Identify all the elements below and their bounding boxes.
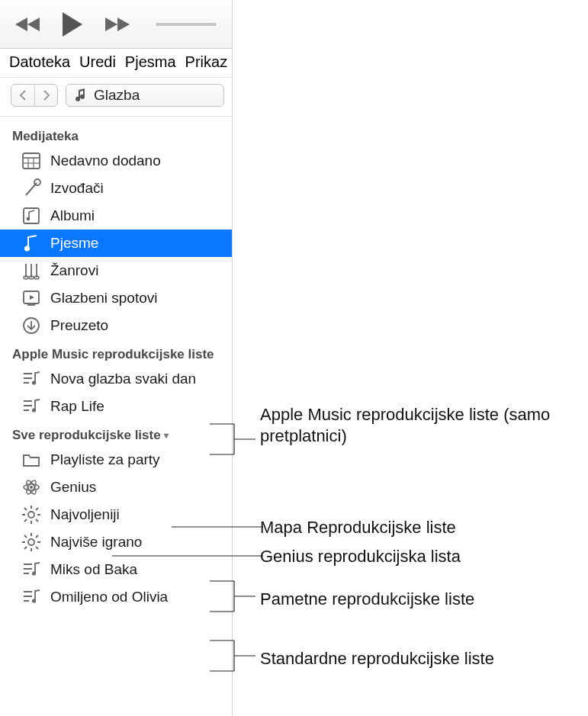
section-header-label: Medijateka [12,129,79,144]
fast-forward-button[interactable] [102,16,130,33]
sidebar-item-label: Najviše igrano [50,534,142,551]
playlist-icon [21,369,41,389]
guitar-icon [21,261,41,281]
section-header-label: Sve reprodukcijske liste [12,428,161,443]
history-nav [11,84,58,107]
menu-song[interactable]: Pjesma [125,53,176,71]
gear-icon [21,505,41,525]
volume-slider[interactable] [156,23,217,26]
atom-icon [21,477,41,497]
playlist-icon [21,560,41,580]
video-icon [21,288,41,308]
app-sidebar-panel: Datoteka Uredi Pjesma Prikaz Glazba Medi… [0,0,233,716]
menu-view[interactable]: Prikaz [185,53,228,71]
download-icon [21,316,41,336]
sidebar-item-label: Playliste za party [50,451,160,468]
menu-edit[interactable]: Uredi [79,53,116,71]
music-note-icon [74,88,86,102]
callout-genius: Genius reprodukcijska lista [260,546,461,567]
sidebar-item-label: Pjesme [50,235,98,252]
sidebar-item-label: Albumi [50,207,95,224]
library-item[interactable]: Albumi [0,202,232,230]
note-icon [21,233,41,253]
sidebar-item-label: Rap Life [50,398,104,415]
sidebar-item-label: Žanrovi [50,262,98,279]
playlist-icon [21,587,41,607]
playlist-item[interactable]: Playliste za party [0,446,232,474]
media-type-label: Glazba [94,87,140,104]
playlist-item[interactable]: Najvoljeniji [0,501,232,528]
callout-folder: Mapa Reprodukcijske liste [260,517,456,538]
playlist-item[interactable]: Omiljeno od Olivia [0,583,232,611]
apple-music-item[interactable]: Nova glazba svaki dan [0,365,232,393]
sidebar-item-label: Preuzeto [50,317,108,334]
album-icon [21,206,41,226]
library-item[interactable]: Preuzeto [0,312,232,339]
nav-row: Glazba [0,78,232,117]
library-item[interactable]: Izvođači [0,175,232,202]
sidebar: Medijateka Nedavno dodanoIzvođačiAlbumiP… [0,117,232,716]
apple-music-item[interactable]: Rap Life [0,393,232,420]
playlist-item[interactable]: Genius [0,474,232,501]
mic-icon [21,178,41,198]
sidebar-item-label: Nedavno dodano [50,153,161,169]
library-item[interactable]: Pjesme [0,230,232,257]
callout-standard: Standardne reprodukcijske liste [260,648,494,669]
playlist-item[interactable]: Najviše igrano [0,528,232,556]
sidebar-item-label: Izvođači [50,180,104,197]
callout-apple-music: Apple Music reprodukcijske liste (samo p… [260,404,588,446]
chevron-down-icon: ▾ [164,430,169,441]
sidebar-item-label: Najvoljeniji [50,506,120,523]
callout-smart: Pametne reprodukcijske liste [260,589,474,610]
library-item[interactable]: Žanrovi [0,257,232,284]
sidebar-item-label: Miks od Baka [50,561,137,578]
sidebar-item-label: Genius [50,479,96,496]
section-header-apple-music: Apple Music reprodukcijske liste [0,339,232,365]
gear-icon [21,532,41,552]
rewind-button[interactable] [15,16,43,33]
back-button[interactable] [11,85,34,106]
play-button[interactable] [61,12,84,37]
playlist-item[interactable]: Miks od Baka [0,556,232,583]
section-header-label: Apple Music reprodukcijske liste [12,347,214,362]
forward-button[interactable] [34,85,57,106]
sidebar-item-label: Nova glazba svaki dan [50,371,196,387]
section-header-library: Medijateka [0,121,232,147]
library-item[interactable]: Nedavno dodano [0,147,232,175]
library-item[interactable]: Glazbeni spotovi [0,284,232,312]
sidebar-item-label: Omiljeno od Olivia [50,589,168,605]
folder-icon [21,450,41,470]
playback-bar [0,0,232,49]
grid-icon [21,151,41,171]
menu-bar: Datoteka Uredi Pjesma Prikaz [0,49,232,78]
menu-file[interactable]: Datoteka [9,53,70,71]
sidebar-item-label: Glazbeni spotovi [50,290,157,307]
section-header-all-playlists[interactable]: Sve reprodukcijske liste ▾ [0,420,232,446]
annotations: Apple Music reprodukcijske liste (samo p… [233,0,588,716]
media-type-selector[interactable]: Glazba [66,84,224,107]
playlist-icon [21,397,41,416]
